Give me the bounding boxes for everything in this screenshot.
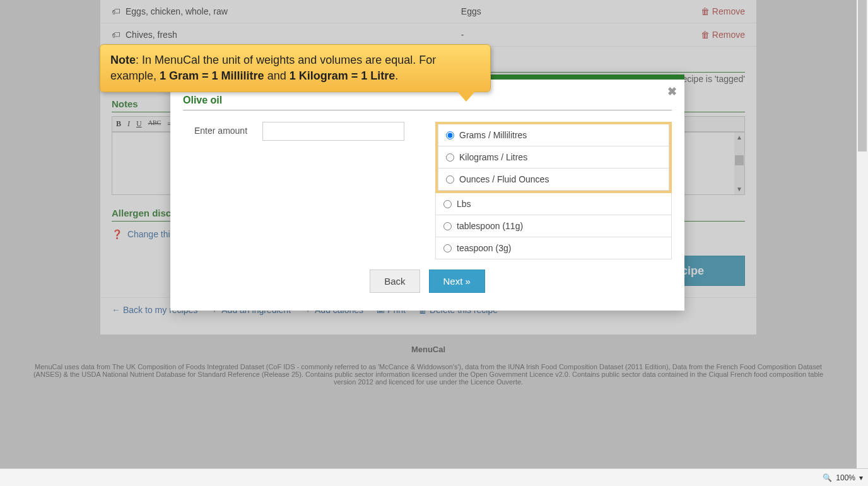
radio-input[interactable] bbox=[446, 175, 454, 184]
radio-input[interactable] bbox=[443, 222, 452, 230]
unit-option-grams[interactable]: Grams / Millilitres bbox=[438, 124, 669, 146]
amount-modal: ✖ Olive oil Enter amount Grams / Millili… bbox=[170, 74, 684, 311]
amount-label: Enter amount bbox=[194, 122, 247, 136]
close-icon[interactable]: ✖ bbox=[667, 85, 677, 98]
back-button[interactable]: Back bbox=[370, 270, 419, 293]
unit-option-lbs[interactable]: Lbs bbox=[435, 193, 672, 215]
zoom-level: 100% bbox=[836, 473, 855, 482]
amount-input[interactable] bbox=[262, 122, 404, 141]
unit-radio-list: Grams / Millilitres Kilograms / Litres O… bbox=[435, 122, 672, 259]
unit-option-tablespoon[interactable]: tablespoon (11g) bbox=[435, 215, 672, 237]
tooltip-note: Note: In MenuCal the unit of weights and… bbox=[100, 44, 491, 92]
status-bar: 🔍 100% ▾ bbox=[0, 468, 868, 486]
unit-option-kilograms[interactable]: Kilograms / Litres bbox=[438, 146, 669, 169]
radio-input[interactable] bbox=[446, 153, 454, 162]
radio-input[interactable] bbox=[446, 131, 454, 139]
unit-option-teaspoon[interactable]: teaspoon (3g) bbox=[435, 237, 672, 259]
highlighted-units: Grams / Millilitres Kilograms / Litres O… bbox=[435, 122, 672, 193]
next-button[interactable]: Next » bbox=[429, 270, 485, 293]
modal-title: Olive oil bbox=[183, 95, 672, 110]
unit-option-ounces[interactable]: Ounces / Fluid Ounces bbox=[438, 169, 669, 191]
radio-input[interactable] bbox=[443, 200, 452, 208]
zoom-dropdown-icon[interactable]: ▾ bbox=[859, 473, 863, 482]
browser-scrollbar[interactable] bbox=[857, 0, 868, 468]
zoom-icon[interactable]: 🔍 bbox=[823, 473, 832, 482]
radio-input[interactable] bbox=[443, 244, 452, 252]
scroll-thumb[interactable] bbox=[858, 0, 867, 151]
